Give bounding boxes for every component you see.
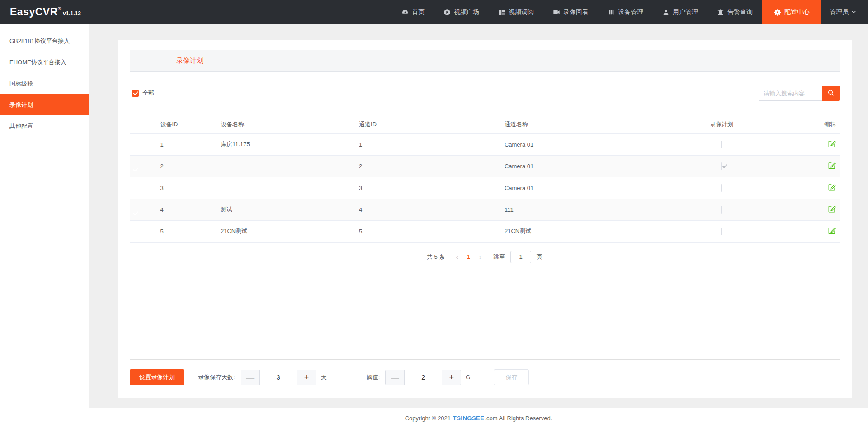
sidebar: GB28181协议平台接入 EHOME协议平台接入 国标级联 录像计划 其他配置 (0, 24, 89, 428)
user-icon (662, 9, 670, 16)
edit-icon[interactable] (828, 140, 836, 148)
search-input[interactable] (759, 86, 822, 101)
cell-channel-id: 5 (359, 220, 505, 242)
cell-channel-name: 21CN测试 (505, 220, 682, 242)
column-header-device-id: 设备ID (160, 115, 221, 133)
layout-grid-icon (498, 9, 505, 16)
sidebar-item-gb-cascade[interactable]: 国标级联 (0, 73, 89, 94)
nav-menu: 首页 视频广场 视频调阅 录像回看 设备管理 用户管理 告警查询 配置中心 (392, 0, 868, 24)
home-icon (401, 9, 409, 16)
filter-row: 全部 (130, 86, 840, 101)
chevron-down-icon (851, 9, 856, 16)
search-button[interactable] (822, 86, 840, 101)
nav-item-label: 用户管理 (673, 8, 698, 16)
cell-device-id: 2 (160, 155, 221, 177)
save-button[interactable]: 保存 (494, 369, 529, 385)
brand-name: EasyCVR (10, 6, 58, 18)
sidebar-item-label: 国标级联 (9, 80, 33, 88)
pagination-page-1[interactable]: 1 (465, 253, 472, 260)
edit-icon[interactable] (828, 162, 836, 170)
search-icon (827, 89, 835, 98)
edit-icon[interactable] (828, 183, 836, 191)
cell-channel-id: 3 (359, 177, 505, 199)
search-box (759, 86, 840, 101)
retention-days-input[interactable] (260, 370, 297, 385)
cell-device-name: 测试 (221, 199, 359, 220)
record-plan-checkbox (721, 141, 722, 148)
panel-header: 录像计划 (130, 50, 840, 72)
sidebar-item-label: GB28181协议平台接入 (9, 37, 70, 45)
table-row: 4 测试 4 111 (130, 199, 840, 220)
pagination-prev-button[interactable]: ‹ (453, 253, 461, 261)
table-row: 2 2 Camera 01 (130, 155, 840, 177)
cell-device-name: 21CN测试 (221, 220, 359, 242)
nav-item-label: 首页 (412, 8, 425, 16)
sidebar-item-record-plan[interactable]: 录像计划 (0, 94, 89, 115)
cell-device-id: 4 (160, 199, 221, 220)
retention-days-label: 录像保存天数: (198, 373, 235, 381)
column-header-device-name: 设备名称 (221, 115, 359, 133)
pagination-jump-input[interactable] (510, 251, 531, 263)
cell-channel-id: 1 (359, 133, 505, 155)
retention-plus-button[interactable]: + (297, 370, 316, 385)
video-camera-icon (553, 9, 560, 16)
retention-days-stepper: — + (241, 370, 316, 385)
cell-channel-name: Camera 01 (505, 155, 682, 177)
nav-item-alarm-query[interactable]: 告警查询 (708, 0, 762, 24)
pagination-next-button[interactable]: › (476, 253, 484, 261)
retention-minus-button[interactable]: — (241, 370, 260, 385)
spacer (130, 263, 840, 360)
footer: Copyright © 2021 TSINGSEE.com All Rights… (89, 408, 868, 428)
tsingsee-logo: TSINGSEE (453, 415, 485, 422)
column-header-channel-name: 通道名称 (505, 115, 682, 133)
table-header-row: 设备ID 设备名称 通道ID 通道名称 录像计划 编辑 (130, 115, 840, 133)
nav-item-label: 视频广场 (454, 8, 479, 16)
table-row: 3 3 Camera 01 (130, 177, 840, 199)
column-header-channel-id: 通道ID (359, 115, 505, 133)
threshold-minus-button[interactable]: — (386, 370, 405, 385)
nav-item-video-square[interactable]: 视频广场 (434, 0, 489, 24)
sidebar-item-gb28181[interactable]: GB28181协议平台接入 (0, 30, 89, 52)
edit-icon[interactable] (828, 205, 836, 213)
cell-device-id: 3 (160, 177, 221, 199)
page-title: 录像计划 (130, 57, 203, 65)
table-row: 1 库房11.175 1 Camera 01 (130, 133, 840, 155)
cell-channel-name: Camera 01 (505, 177, 682, 199)
record-plan-checkbox (721, 184, 722, 192)
pagination: 共 5 条 ‹ 1 › 跳至 页 (130, 251, 840, 263)
nav-item-video-review[interactable]: 视频调阅 (489, 0, 543, 24)
threshold-plus-button[interactable]: + (442, 370, 461, 385)
nav-item-label: 视频调阅 (509, 8, 534, 16)
user-menu[interactable]: 管理员 (821, 0, 868, 24)
edit-icon[interactable] (828, 227, 836, 235)
select-all-checkbox[interactable] (132, 90, 139, 97)
brand-registered-mark: ® (58, 6, 61, 11)
table-row: 5 21CN测试 5 21CN测试 (130, 220, 840, 242)
app-logo: EasyCVR®v1.1.12 (0, 0, 136, 24)
nav-item-home[interactable]: 首页 (392, 0, 434, 24)
sidebar-item-ehome[interactable]: EHOME协议平台接入 (0, 52, 89, 73)
cell-device-name (221, 155, 359, 177)
nav-item-playback[interactable]: 录像回看 (543, 0, 598, 24)
alarm-icon (717, 9, 724, 16)
record-plan-panel: 录像计划 全部 设备ID (118, 40, 852, 398)
pagination-page-suffix: 页 (537, 253, 542, 261)
set-record-plan-button[interactable]: 设置录像计划 (130, 369, 184, 385)
cell-device-id: 1 (160, 133, 221, 155)
nav-item-label: 设备管理 (618, 8, 643, 16)
threshold-input[interactable] (405, 370, 442, 385)
nav-item-device-management[interactable]: 设备管理 (598, 0, 653, 24)
play-circle-icon (443, 9, 451, 16)
cell-device-id: 5 (160, 220, 221, 242)
content-wrapper: 录像计划 全部 设备ID (89, 24, 868, 408)
sidebar-item-label: EHOME协议平台接入 (9, 58, 66, 67)
cell-device-name: 库房11.175 (221, 133, 359, 155)
threshold-label: 阈值: (367, 373, 380, 381)
cell-channel-id: 4 (359, 199, 505, 220)
sidebar-item-other-config[interactable]: 其他配置 (0, 115, 89, 137)
devices-icon (608, 9, 615, 16)
nav-item-user-management[interactable]: 用户管理 (653, 0, 708, 24)
nav-item-config-center[interactable]: 配置中心 (762, 0, 821, 24)
select-all-control[interactable]: 全部 (130, 89, 154, 97)
top-navbar: EasyCVR®v1.1.12 首页 视频广场 视频调阅 录像回看 设备管理 用… (0, 0, 868, 24)
